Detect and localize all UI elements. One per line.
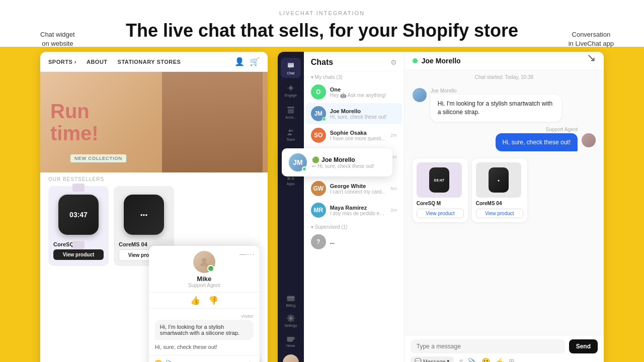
hashtag-icon[interactable]: # — [459, 357, 463, 363]
prod-watch-gray: ● — [476, 162, 521, 198]
more-icon[interactable]: ··· — [247, 250, 255, 258]
send-button[interactable]: Send — [569, 339, 598, 353]
chat-item-one[interactable]: O One Hey 🤖 Ask me anything! — [306, 81, 402, 103]
prod-card-corems04: ● CoreMS 04 View product — [472, 158, 527, 222]
message-bubble-icon: 💬 — [415, 358, 422, 362]
chat-list-panel: Chats ⚙ ▾ My chats (3) O One Hey 🤖 Ask m… — [304, 52, 405, 362]
nav-stores[interactable]: STATIONARY STORES — [118, 59, 181, 65]
attach-icon[interactable]: 📎 — [166, 359, 174, 362]
watch-time-1: 03:47 — [69, 211, 88, 219]
chat-name-joe: Joe Morello — [330, 108, 397, 114]
agent-msg-block: Support Agent Hi, sure, check these out! — [413, 127, 596, 152]
svg-point-5 — [291, 129, 293, 132]
visitor-message: Hi, I'm looking for a stylish smartwatch… — [155, 320, 254, 340]
nav-sports[interactable]: SPORTS › — [48, 59, 76, 65]
sidebar-item-archive[interactable]: Archi... — [281, 102, 301, 122]
avatar-supervised: ? — [311, 234, 326, 249]
avatar-george: GW — [311, 181, 326, 196]
svg-rect-13 — [287, 296, 294, 301]
sidebar-label-settings: Settings — [284, 324, 297, 327]
arrow-right-icon: ↘ — [569, 50, 614, 66]
chats-title: Chats — [311, 58, 333, 67]
agent-msg-sender: Support Agent — [413, 127, 578, 132]
livechat-app-mockup: Chat Engage Archi... Team Reports — [278, 52, 604, 362]
account-icon[interactable]: 👤 — [234, 57, 245, 66]
annotation-right-text: Conversation — [572, 31, 611, 38]
sidebar-item-news[interactable]: News — [281, 330, 301, 350]
visitor-msg-sender: Joe Morello — [431, 88, 561, 94]
thumbs-down-icon[interactable]: 👎 — [208, 296, 218, 305]
chat-item-maya[interactable]: MR Maya Ramirez I doy más de pedido en l… — [306, 200, 402, 221]
view-product-btn-1[interactable]: View product — [53, 249, 104, 260]
cart-icon[interactable]: 🛒 — [250, 57, 260, 66]
billing-icon — [286, 294, 295, 303]
joe-tooltip[interactable]: JM 🟢 Joe Morello ↩ Hi, sure, check these… — [282, 148, 392, 176]
sidebar-item-team[interactable]: Team — [281, 124, 301, 144]
message-row-agent: Hi, sure, check these out! — [413, 133, 596, 152]
sidebar-item-engage[interactable]: Engage — [281, 80, 301, 100]
chat-item-george[interactable]: GW George White I can't connect my card.… — [306, 178, 402, 199]
website-mockup: SPORTS › ABOUT STATIONARY STORES 👤 🛒 Run… — [40, 52, 268, 362]
joe-name-line: 🟢 Joe Morello — [312, 156, 374, 163]
conv-toolbar: 💬 Message ▾ # 📎 🙂 ⚡ ⊞ — [411, 356, 598, 362]
website-nav: SPORTS › ABOUT STATIONARY STORES 👤 🛒 — [40, 52, 268, 72]
prod-name-2: CoreMS 04 — [476, 201, 523, 206]
message-type-btn[interactable]: 💬 Message ▾ — [411, 356, 454, 362]
chat-item-sophie[interactable]: SO Sophie Osaka I have one more question… — [306, 125, 402, 146]
chevron-down-icon: ▾ — [447, 358, 450, 362]
chat-time-sophie: 2m — [390, 133, 397, 138]
filter-icon[interactable]: ⚙ — [390, 58, 397, 66]
canned-response-icon[interactable]: ⚡ — [495, 357, 504, 363]
emoji-icon[interactable]: 🙂 — [154, 359, 163, 362]
visitor-msg-avatar — [413, 88, 427, 102]
watch-display-2: ●●● — [124, 195, 164, 235]
annotation-right: Conversation in LiveChat app ↘ — [569, 30, 614, 66]
conversation-panel: Joe Morello Chat started: Today, 10:38 J… — [405, 52, 604, 362]
agent-sidebar-avatar[interactable] — [283, 354, 299, 362]
chat-content-supervised: ... — [330, 239, 397, 245]
annotation-left-text: Chat widget — [40, 31, 75, 38]
status-dot — [413, 58, 418, 63]
sidebar-label-archive: Archi... — [285, 116, 296, 119]
more-options-icon[interactable]: ⊞ — [509, 357, 515, 363]
sidebar-item-chat[interactable]: Chat — [281, 58, 301, 78]
product-card-1: 03:47 CoreSQ M View product — [48, 186, 109, 266]
chat-content-one: One Hey 🤖 Ask me anything! — [330, 86, 397, 98]
joe-status-dot — [302, 166, 307, 171]
agent-msg-avatar — [582, 133, 596, 147]
main-headline: The live chat that sells, for your Shopi… — [20, 20, 624, 41]
chat-content-maya: Maya Ramirez I doy más de pedido en la t… — [330, 205, 386, 216]
nav-about[interactable]: ABOUT — [87, 59, 108, 65]
send-icon[interactable]: ➤ — [249, 359, 255, 362]
supervised-label[interactable]: ▾ Supervised (1) — [304, 221, 404, 231]
new-collection-badge: NEW COLLECTION — [70, 154, 126, 162]
chat-name-maya: Maya Ramirez — [330, 205, 386, 211]
prod-btn-1[interactable]: View product — [417, 209, 464, 218]
conv-input-area: Send 💬 Message ▾ # 📎 🙂 ⚡ ⊞ — [405, 335, 604, 362]
my-chats-label[interactable]: ▾ My chats (3) — [304, 71, 404, 81]
emoji-toolbar-icon[interactable]: 🙂 — [481, 357, 490, 363]
message-input[interactable] — [411, 339, 565, 353]
attachment-icon[interactable]: 📎 — [468, 357, 476, 363]
minimize-icon[interactable]: — — [239, 250, 247, 258]
chat-name-supervised: ... — [330, 239, 397, 245]
chat-item-joe[interactable]: JM Joe Morello Hi, sure, check these out… — [306, 103, 402, 124]
joe-tooltip-name: Joe Morello — [321, 156, 355, 163]
news-icon — [286, 334, 295, 343]
annotation-right-text2: in LiveChat app — [569, 40, 614, 47]
watch-mini-1: 03:47 — [429, 167, 449, 193]
prod-btn-2[interactable]: View product — [476, 209, 523, 218]
avatar-maya: MR — [311, 203, 326, 218]
thumbs-up-icon[interactable]: 👍 — [190, 296, 200, 305]
prod-watch-purple: 03:47 — [417, 162, 462, 198]
visitor-msg-block: Joe Morello Hi, I'm looking for a stylis… — [431, 88, 561, 122]
sidebar-item-settings[interactable]: Settings — [281, 310, 301, 330]
chat-content-joe: Joe Morello Hi, sure, check these out! — [330, 108, 397, 120]
chat-item-supervised[interactable]: ? ... — [306, 231, 402, 252]
agent-role: Support Agent — [188, 283, 220, 288]
settings-icon — [286, 314, 295, 323]
sidebar-label-chat: Chat — [287, 71, 294, 75]
sidebar-item-billing[interactable]: Billing — [281, 290, 301, 310]
conv-input-row: Send — [411, 339, 598, 353]
joe-status-icon: 🟢 — [312, 156, 319, 163]
